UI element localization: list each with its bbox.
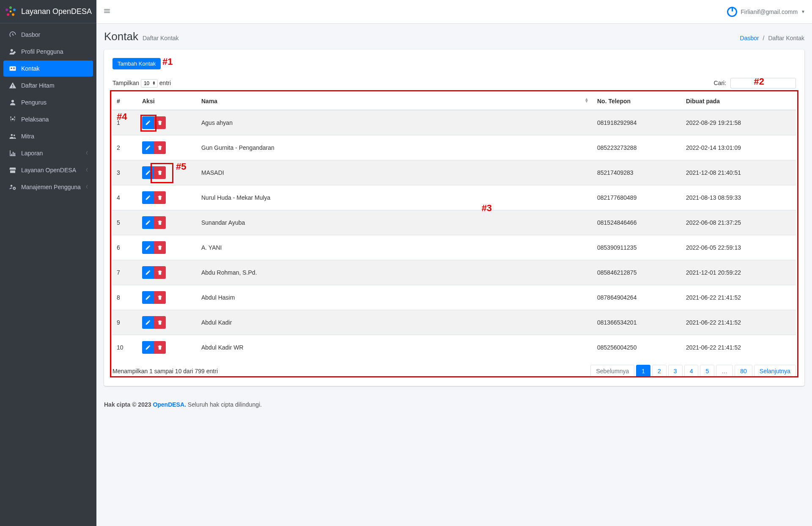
chevron-down-icon: ▼ [801,9,805,14]
sidebar-item-manajemen-pengguna[interactable]: Manajemen Pengguna〈 [3,179,93,195]
pagination: Sebelumnya12345…80Selanjutnya [590,365,796,377]
sidebar-item-pengurus[interactable]: Pengurus [3,94,93,110]
page-2[interactable]: 2 [652,365,667,377]
cell-date: 2021-12-01 20:59:22 [682,260,796,285]
table-length-control: Tampilkan 10 ▲▼ entri [112,79,171,88]
user-edit-icon [8,48,17,55]
col-header-nama[interactable]: Nama▲▼ [197,93,593,110]
cell-nama: Nurul Huda - Mekar Mulya [197,185,593,210]
delete-button[interactable] [154,141,166,154]
page-ellipsis: … [716,365,733,377]
cell-nama: MASADI [197,160,593,185]
cell-date: 2021-06-22 21:41:52 [682,310,796,335]
cell-tel: 085256004250 [593,335,682,360]
cell-date: 2022-08-29 19:21:58 [682,110,796,135]
sidebar-item-mitra[interactable]: Mitra [3,128,93,144]
delete-button[interactable] [154,191,166,204]
svg-point-17 [11,185,13,187]
sidebar-item-pelaksana[interactable]: Pelaksana [3,111,93,127]
svg-point-6 [11,49,13,52]
table-row: 1#4Agus ahyan0819182929842022-08-29 19:2… [112,110,796,135]
cell-date: 2022-06-05 22:59:13 [682,235,796,260]
footer-link[interactable]: OpenDESA. [153,401,186,408]
page-subtitle: Daftar Kontak [143,35,179,41]
power-icon [727,7,737,17]
sidebar-item-dasbor[interactable]: Dasbor [3,27,93,43]
dashboard-icon [8,31,17,39]
add-contact-button[interactable]: Tambah Kontak [112,58,161,69]
col-header-num[interactable]: # [112,93,138,110]
delete-button[interactable] [154,166,166,179]
sidebar-item-daftar-hitam[interactable]: Daftar Hitam [3,77,93,94]
search-input[interactable] [730,78,796,88]
edit-button[interactable] [142,341,154,354]
cell-tel: 085390911235 [593,235,682,260]
edit-button[interactable] [142,291,154,304]
delete-button[interactable] [154,241,166,254]
svg-rect-14 [12,118,14,120]
annotation-1: #1 [162,56,173,67]
cell-date: 2021-08-13 08:59:33 [682,185,796,210]
hamburger-icon[interactable] [103,7,111,16]
edit-button[interactable] [142,141,154,154]
page-80[interactable]: 80 [735,365,752,377]
edit-button[interactable] [142,316,154,329]
delete-button[interactable] [154,216,166,229]
edit-button[interactable] [142,166,154,179]
store-icon [8,166,17,174]
col-header-tel[interactable]: No. Telepon [593,93,682,110]
cell-tel: 085223273288 [593,135,682,160]
users-icon [8,132,17,140]
cell-tel: 085846212875 [593,260,682,285]
edit-button[interactable] [142,191,154,204]
table-info: Menampilkan 1 sampai 10 dari 799 entri [112,368,218,375]
users-cog-icon [8,183,17,191]
cell-tel: 081524846466 [593,210,682,235]
delete-button[interactable] [154,341,166,354]
cell-num: 4 [112,185,138,210]
page-3[interactable]: 3 [668,365,683,377]
cell-nama: Gun Gurnita - Pengandaran [197,135,593,160]
svg-point-13 [14,116,15,118]
breadcrumb-root[interactable]: Dasbor [740,35,759,41]
sidebar-item-profil-pengguna[interactable]: Profil Pengguna [3,44,93,60]
cell-tel: 081918292984 [593,110,682,135]
cell-num: 8 [112,285,138,310]
delete-button[interactable] [154,316,166,329]
edit-button[interactable] [142,216,154,229]
page-next[interactable]: Selanjutnya [754,365,796,377]
user-menu[interactable]: Firlianif@gmail.comm ▼ [727,7,805,17]
page-size-select[interactable]: 10 [141,79,158,88]
table-row: 7Abdu Rohman, S.Pd.0858462128752021-12-0… [112,260,796,285]
cell-num: 3 [112,160,138,185]
people-carry-icon [8,116,17,123]
nav-menu: DasborProfil PenggunaKontakDaftar HitamP… [0,23,96,199]
page-1[interactable]: 1 [636,365,650,377]
cell-nama: Abdul Hasim [197,285,593,310]
delete-button[interactable] [154,116,166,129]
topbar: Firlianif@gmail.comm ▼ [96,0,812,24]
svg-point-2 [12,14,14,16]
cell-nama: Abdul Kadir WR [197,335,593,360]
svg-point-5 [10,11,12,13]
page-4[interactable]: 4 [684,365,699,377]
edit-button[interactable] [142,116,154,129]
svg-point-12 [10,116,11,118]
delete-button[interactable] [154,291,166,304]
brand[interactable]: Layanan OpenDESA [0,0,96,23]
sidebar-item-layanan-opendesa[interactable]: Layanan OpenDESA〈 [3,162,93,178]
edit-button[interactable] [142,241,154,254]
cell-nama: Sunandar Ayuba [197,210,593,235]
page-prev[interactable]: Sebelumnya [590,365,634,377]
sidebar-item-kontak[interactable]: Kontak [3,61,93,77]
breadcrumb-current: Daftar Kontak [768,35,804,41]
edit-button[interactable] [142,266,154,279]
sidebar-item-laporan[interactable]: Laporan〈 [3,145,93,161]
content-header: Kontak Daftar Kontak Dasbor / Daftar Kon… [96,24,812,50]
col-header-date[interactable]: Dibuat pada [682,93,796,110]
col-header-aksi[interactable]: Aksi [138,93,197,110]
page-5[interactable]: 5 [700,365,714,377]
delete-button[interactable] [154,266,166,279]
sidebar-item-label: Daftar Hitam [21,82,55,89]
cell-num: 1 [112,110,138,135]
